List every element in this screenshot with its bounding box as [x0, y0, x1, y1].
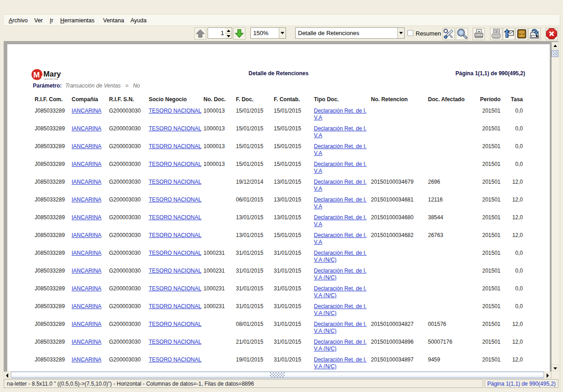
svg-text:iancarina: iancarina	[44, 78, 58, 80]
